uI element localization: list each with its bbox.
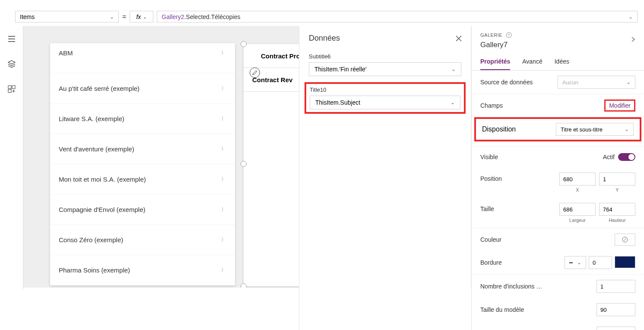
selection-handle[interactable] [241, 283, 247, 288]
chevron-right-icon: 〉 [221, 49, 226, 57]
list-item-label: Contract Pro [261, 52, 300, 60]
position-label: Position [480, 173, 502, 182]
chevron-down-icon: ⌄ [143, 14, 147, 20]
datasource-row: Source de données Aucun ⌄ [472, 70, 644, 94]
svg-rect-2 [8, 90, 11, 93]
list-item-label: Contract Rev [252, 76, 292, 83]
visible-row: Visible Actif [472, 147, 644, 167]
template-size-label: Taille du modèle [480, 306, 524, 313]
tab-ideas[interactable]: Idées [555, 58, 569, 70]
color-row: Couleur [472, 228, 644, 251]
datasource-select[interactable]: Aucun ⌄ [558, 76, 635, 89]
x-sublabel: X [559, 187, 596, 192]
equals-sign: = [122, 13, 126, 21]
chevron-right-icon: 〉 [221, 236, 226, 243]
chevron-right-icon[interactable] [630, 36, 636, 42]
padding-input[interactable] [596, 327, 635, 330]
datasource-value: Aucun [562, 79, 578, 86]
properties-tabs: Propriétés Avancé Idées [472, 54, 644, 70]
layout-value: Titre et sous-titre [561, 126, 603, 133]
border-row: Bordure ━⌄ [472, 251, 644, 275]
color-label: Couleur [480, 236, 501, 243]
fx-button[interactable]: fx ⌄ [130, 11, 153, 22]
formula-input[interactable]: Gallery2.Selected.Télécopies ⌄ [157, 11, 638, 22]
formula-bar: Items ⌄ = fx ⌄ Gallery2.Selected.Télécop… [15, 11, 638, 22]
hamburger-icon[interactable] [7, 35, 16, 43]
layers-icon[interactable] [7, 60, 16, 68]
list-item[interactable]: Conso Zéro (exemple)〉 [50, 225, 235, 255]
property-select[interactable]: Items ⌄ [15, 11, 119, 22]
chevron-down-icon: ⌄ [628, 14, 633, 20]
template-size-input[interactable] [596, 303, 635, 316]
position-y-input[interactable] [599, 173, 635, 186]
chevron-down-icon: ⌄ [451, 66, 456, 72]
svg-text:?: ? [508, 33, 510, 37]
formula-rest: .Selected.Télécopies [184, 13, 240, 20]
list-item[interactable]: Mon toit et moi S.A. (exemple)〉 [50, 164, 235, 195]
subtitle-field-group: Subtitle6 ThisItem.'Fin réelle' ⌄ [299, 51, 471, 82]
width-input[interactable] [559, 203, 596, 216]
y-sublabel: Y [599, 187, 635, 192]
property-select-value: Items [20, 13, 35, 20]
position-x-input[interactable] [559, 173, 596, 186]
size-row: Taille Largeur Hauteur [472, 198, 644, 228]
list-item-label: Compagnie d'Envol (exemple) [59, 206, 145, 213]
chevron-down-icon: ⌄ [626, 79, 631, 85]
list-item[interactable]: Vent d'aventure (exemple)〉 [50, 134, 235, 164]
visible-label: Visible [480, 154, 498, 160]
fields-row: Champs Modifier [472, 94, 644, 117]
chevron-right-icon: 〉 [221, 145, 226, 153]
border-color-swatch[interactable] [615, 256, 635, 268]
chevron-right-icon: 〉 [221, 85, 226, 92]
list-item[interactable]: Au p'tit café serré (exemple)〉 [50, 74, 235, 104]
inclusions-row: Nombre d'inclusions … [472, 275, 644, 298]
formula-object: Gallery2 [162, 13, 184, 20]
subtitle-value: ThisItem.'Fin réelle' [314, 66, 367, 73]
title-value: ThisItem.Subject [315, 99, 360, 106]
width-sublabel: Largeur [559, 218, 596, 223]
data-panel: Données Subtitle6 ThisItem.'Fin réelle' … [299, 26, 471, 330]
subtitle-label: Subtitle6 [309, 53, 461, 60]
close-icon[interactable] [455, 35, 462, 42]
template-size-row: Taille du modèle [472, 298, 644, 321]
add-component-icon[interactable] [7, 85, 16, 93]
color-picker[interactable] [615, 234, 635, 246]
tab-advanced[interactable]: Avancé [522, 58, 542, 70]
chevron-down-icon: ⌄ [625, 126, 629, 132]
chevron-right-icon: 〉 [221, 115, 226, 122]
list-item-label: Pharma Soins (exemple) [59, 266, 130, 274]
help-icon[interactable]: ? [506, 32, 512, 38]
list-item-label: Mon toit et moi S.A. (exemple) [59, 176, 146, 183]
height-input[interactable] [599, 203, 635, 216]
list-item[interactable]: ABM〉 [50, 43, 235, 74]
border-width-input[interactable] [589, 256, 612, 269]
selection-handle[interactable] [241, 161, 247, 167]
tab-properties[interactable]: Propriétés [480, 58, 510, 70]
highlight-layout-row: Disposition Titre et sous-titre ⌄ [474, 117, 641, 141]
title-label: Title10 [310, 87, 460, 93]
gallery-accounts[interactable]: ABM〉 Au p'tit café serré (exemple)〉 Litw… [50, 43, 235, 285]
svg-rect-1 [12, 86, 15, 89]
inclusions-input[interactable] [596, 280, 635, 293]
list-item[interactable]: Litware S.A. (exemple)〉 [50, 104, 235, 134]
border-style-select[interactable]: ━⌄ [565, 256, 586, 269]
list-item[interactable]: Compagnie d'Envol (exemple)〉 [50, 195, 235, 225]
chevron-down-icon: ⌄ [450, 99, 455, 106]
left-rail [0, 26, 23, 290]
subtitle-select[interactable]: ThisItem.'Fin réelle' ⌄ [309, 62, 461, 76]
list-item-label: Au p'tit café serré (exemple) [59, 85, 140, 92]
control-name: Gallery7 [480, 41, 635, 49]
chevron-down-icon: ⌄ [110, 14, 114, 20]
chevron-down-icon: ⌄ [577, 260, 581, 266]
modify-fields-link[interactable]: Modifier [604, 99, 635, 112]
data-panel-title: Données [309, 34, 340, 43]
title-select[interactable]: ThisItem.Subject ⌄ [310, 96, 460, 109]
visible-toggle[interactable] [618, 153, 635, 161]
edit-icon[interactable] [250, 67, 260, 78]
list-item[interactable]: Pharma Soins (exemple)〉 [50, 255, 235, 285]
list-item-label: Conso Zéro (exemple) [59, 236, 123, 243]
height-sublabel: Hauteur [599, 218, 635, 223]
selection-handle[interactable] [241, 41, 247, 47]
layout-select[interactable]: Titre et sous-titre ⌄ [556, 123, 634, 136]
border-label: Bordure [480, 259, 502, 266]
